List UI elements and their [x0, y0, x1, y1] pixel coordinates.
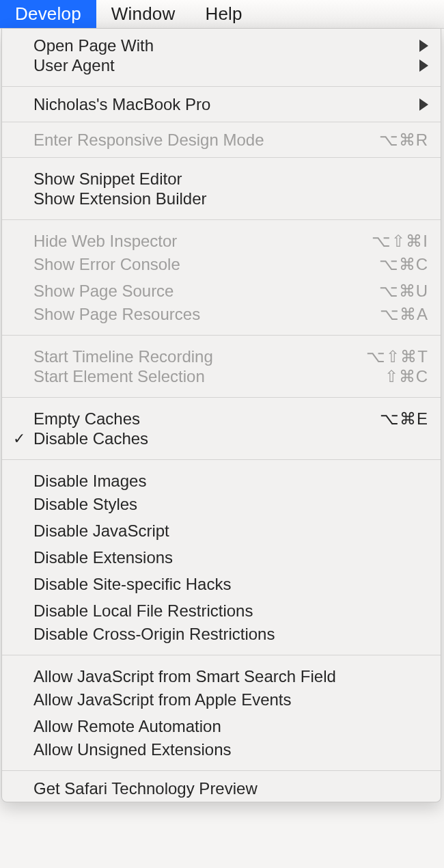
- menu-disable-local-file-label: Disable Local File Restrictions: [33, 601, 428, 621]
- menu-extension-builder-label: Show Extension Builder: [33, 189, 428, 208]
- menubar-develop-label: Develop: [15, 3, 81, 25]
- menu-hide-inspector-label: Hide Web Inspector: [33, 232, 363, 251]
- menu-allow-js-search-label: Allow JavaScript from Smart Search Field: [33, 667, 428, 686]
- menu-allow-unsigned-ext[interactable]: Allow Unsigned Extensions: [2, 740, 441, 766]
- menu-responsive-design: Enter Responsive Design Mode ⌥⌘R: [2, 126, 441, 153]
- menu-allow-js-apple[interactable]: Allow JavaScript from Apple Events: [2, 686, 441, 713]
- menubar-develop[interactable]: Develop: [0, 0, 96, 28]
- menu-timeline-recording-label: Start Timeline Recording: [33, 347, 358, 366]
- menu-error-console: Show Error Console ⌥⌘C: [2, 251, 441, 277]
- checkmark-icon: ✓: [13, 431, 25, 446]
- menu-error-console-shortcut: ⌥⌘C: [379, 255, 428, 274]
- menu-disable-styles-label: Disable Styles: [33, 495, 428, 514]
- menu-separator: [2, 219, 441, 220]
- menu-empty-caches-label: Empty Caches: [33, 409, 372, 429]
- menu-separator: [2, 335, 441, 336]
- menu-disable-javascript-label: Disable JavaScript: [33, 521, 428, 541]
- menu-separator: [2, 655, 441, 655]
- menu-snippet-editor-label: Show Snippet Editor: [33, 169, 428, 189]
- menu-open-page-with-label: Open Page With: [33, 36, 414, 55]
- develop-menu: Open Page With User Agent Nicholas's Mac…: [1, 29, 441, 802]
- menu-open-page-with[interactable]: Open Page With: [2, 29, 441, 55]
- menu-tech-preview[interactable]: Get Safari Technology Preview: [2, 775, 441, 802]
- menu-timeline-recording: Start Timeline Recording ⌥⇧⌘T: [2, 340, 441, 366]
- menu-error-console-label: Show Error Console: [33, 255, 371, 274]
- menu-responsive-design-shortcut: ⌥⌘R: [379, 131, 428, 150]
- menu-snippet-editor[interactable]: Show Snippet Editor: [2, 162, 441, 189]
- submenu-arrow-icon: [419, 98, 428, 111]
- submenu-arrow-icon: [419, 40, 428, 52]
- menu-hide-inspector-shortcut: ⌥⇧⌘I: [372, 232, 428, 251]
- menu-device[interactable]: Nicholas's MacBook Pro: [2, 91, 441, 118]
- menu-allow-unsigned-ext-label: Allow Unsigned Extensions: [33, 740, 428, 759]
- menu-page-source-label: Show Page Source: [33, 282, 371, 301]
- menu-device-label: Nicholas's MacBook Pro: [33, 95, 414, 114]
- menu-separator: [2, 122, 441, 122]
- menu-disable-cors[interactable]: Disable Cross-Origin Restrictions: [2, 624, 441, 651]
- menu-user-agent[interactable]: User Agent: [2, 55, 441, 82]
- menu-page-source: Show Page Source ⌥⌘U: [2, 277, 441, 304]
- menu-allow-js-search[interactable]: Allow JavaScript from Smart Search Field: [2, 660, 441, 686]
- menu-disable-extensions-label: Disable Extensions: [33, 548, 428, 567]
- menu-page-source-shortcut: ⌥⌘U: [379, 282, 428, 301]
- menu-tech-preview-label: Get Safari Technology Preview: [33, 779, 428, 798]
- menu-disable-cors-label: Disable Cross-Origin Restrictions: [33, 625, 428, 644]
- menu-responsive-design-label: Enter Responsive Design Mode: [33, 131, 371, 150]
- menu-element-selection: Start Element Selection ⇧⌘C: [2, 366, 441, 393]
- menubar-help-label: Help: [205, 3, 242, 25]
- menu-user-agent-label: User Agent: [33, 56, 414, 75]
- menu-element-selection-label: Start Element Selection: [33, 367, 376, 386]
- menu-page-resources: Show Page Resources ⌥⌘A: [2, 304, 441, 331]
- menu-separator: [2, 459, 441, 460]
- menu-element-selection-shortcut: ⇧⌘C: [385, 367, 428, 386]
- menu-disable-caches[interactable]: ✓ Disable Caches: [2, 429, 441, 455]
- menu-hide-inspector: Hide Web Inspector ⌥⇧⌘I: [2, 224, 441, 251]
- menu-separator: [2, 157, 441, 158]
- menu-extension-builder[interactable]: Show Extension Builder: [2, 189, 441, 215]
- menubar-help[interactable]: Help: [190, 0, 257, 28]
- menu-empty-caches-shortcut: ⌥⌘E: [380, 409, 428, 429]
- menu-disable-styles[interactable]: Disable Styles: [2, 491, 441, 517]
- menu-empty-caches[interactable]: Empty Caches ⌥⌘E: [2, 402, 441, 429]
- menu-separator: [2, 397, 441, 398]
- menu-disable-images[interactable]: Disable Images: [2, 464, 441, 491]
- menu-disable-caches-label: Disable Caches: [33, 429, 428, 448]
- menu-disable-images-label: Disable Images: [33, 472, 428, 491]
- menu-disable-hacks-label: Disable Site-specific Hacks: [33, 575, 428, 594]
- menu-page-resources-label: Show Page Resources: [33, 305, 372, 324]
- menu-allow-remote-automation-label: Allow Remote Automation: [33, 717, 428, 736]
- menubar-window-label: Window: [111, 3, 176, 25]
- menu-separator: [2, 86, 441, 87]
- menu-page-resources-shortcut: ⌥⌘A: [380, 305, 428, 324]
- menu-allow-js-apple-label: Allow JavaScript from Apple Events: [33, 690, 428, 709]
- menu-timeline-recording-shortcut: ⌥⇧⌘T: [366, 347, 428, 366]
- menu-separator: [2, 770, 441, 771]
- menubar: Develop Window Help: [0, 0, 444, 29]
- menu-disable-local-file[interactable]: Disable Local File Restrictions: [2, 597, 441, 624]
- menu-disable-extensions[interactable]: Disable Extensions: [2, 544, 441, 571]
- menu-allow-remote-automation[interactable]: Allow Remote Automation: [2, 713, 441, 740]
- submenu-arrow-icon: [419, 59, 428, 72]
- menu-disable-javascript[interactable]: Disable JavaScript: [2, 517, 441, 544]
- menubar-window[interactable]: Window: [96, 0, 191, 28]
- menu-disable-hacks[interactable]: Disable Site-specific Hacks: [2, 571, 441, 597]
